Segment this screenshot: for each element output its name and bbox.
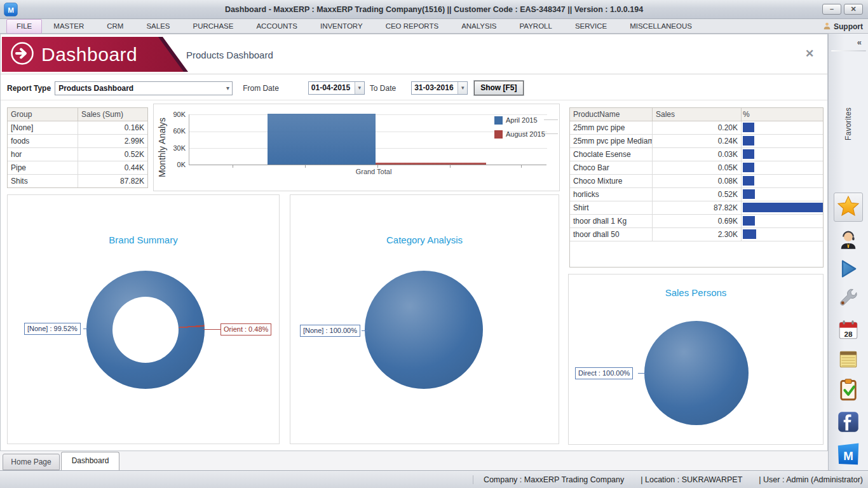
table-row[interactable]: 25mm pvc pipe Mediam 0.24K: [570, 135, 823, 148]
axis-tick: [305, 165, 306, 168]
status-bar: Company : MaxxERP Trading Company | Loca…: [0, 470, 868, 488]
support-label: Support: [834, 22, 863, 31]
menu-item-crm[interactable]: CRM: [95, 20, 135, 33]
menu-item-purchase[interactable]: PURCHASE: [182, 20, 245, 33]
callout-line: [83, 329, 88, 329]
menu-item-analysis[interactable]: ANALYSIS: [450, 20, 508, 33]
group-sales-table: Group Sales (Sum) [None] 0.16K foods 2.9…: [7, 107, 148, 188]
filter-bar: Report Type Products Dashboard ▾ From Da…: [1, 76, 827, 100]
table-row[interactable]: Shits 87.82K: [8, 175, 147, 187]
menu-item-inventory[interactable]: INVENTORY: [309, 20, 374, 33]
percent-bar: [743, 229, 756, 239]
page-header: Dashboard Products Dashboard ✕: [1, 34, 827, 74]
y-tick-label: 0K: [165, 161, 186, 168]
bar-april-2015: [268, 114, 376, 165]
menu-item-file[interactable]: FILE: [6, 19, 42, 34]
column-header-group[interactable]: Group: [8, 108, 78, 121]
callout-direct: Direct : 100.00%: [575, 367, 633, 379]
bar-august-2015: [376, 163, 486, 165]
table-row[interactable]: horlicks 0.52K: [570, 188, 823, 201]
menu-item-payroll[interactable]: PAYROLL: [508, 20, 564, 33]
close-button[interactable]: ✕: [844, 4, 863, 15]
facebook-icon[interactable]: [837, 410, 860, 436]
page-title: Products Dashboard: [186, 50, 273, 60]
table-row[interactable]: 25mm pvc pipe 0.20K: [570, 121, 823, 135]
percent-bar: [743, 123, 754, 132]
menu-item-ceo-reports[interactable]: CEO REPORTS: [374, 20, 451, 33]
support-agent-icon[interactable]: [837, 228, 860, 254]
calendar-28-icon[interactable]: 28: [837, 319, 859, 343]
sales-persons-chart: Sales Persons Direct : 100.00%: [568, 274, 824, 445]
table-header-row: ProductName Sales %: [570, 108, 823, 121]
percent-bar: [743, 136, 754, 146]
table-row[interactable]: [None] 0.16K: [8, 121, 147, 135]
show-button[interactable]: Show [F5]: [474, 81, 523, 95]
report-type-dropdown[interactable]: Products Dashboard ▾: [55, 81, 233, 95]
arrow-circle-icon: [10, 41, 35, 69]
play-icon[interactable]: [837, 257, 860, 283]
column-header-productname[interactable]: ProductName: [570, 108, 653, 121]
percent-bar: [743, 163, 754, 172]
column-header-percent[interactable]: %: [742, 108, 823, 121]
column-header-sales-sum[interactable]: Sales (Sum): [78, 108, 147, 121]
tab-dashboard[interactable]: Dashboard: [61, 452, 119, 470]
svg-text:M: M: [843, 449, 853, 463]
table-row[interactable]: thoor dhall 1 Kg 0.69K: [570, 215, 823, 228]
monthly-analysis-chart: Monthly Analys 90K 60K 30K 0K Grand Tota…: [153, 104, 560, 191]
table-row[interactable]: hor 0.52K: [8, 148, 147, 161]
y-tick-label: 60K: [165, 127, 186, 135]
collapse-chevron-icon[interactable]: «: [857, 37, 862, 47]
callout-line: [362, 330, 368, 331]
menu-item-sales[interactable]: SALES: [135, 20, 181, 33]
minimize-button[interactable]: –: [822, 4, 841, 15]
chevron-down-icon[interactable]: ▾: [355, 82, 364, 94]
table-row[interactable]: Choclate Esense 0.03K: [570, 148, 823, 161]
menu-item-accounts[interactable]: ACCOUNTS: [245, 20, 309, 33]
table-row[interactable]: Pipe 0.44K: [8, 161, 147, 175]
support-button[interactable]: Support: [823, 19, 863, 34]
callout-none: [None] : 100.00%: [300, 325, 360, 337]
legend-swatch-august: [494, 130, 503, 139]
menu-item-miscellaneous[interactable]: MISCELLANEOUS: [618, 20, 703, 33]
favorites-star-button[interactable]: [834, 193, 863, 222]
column-header-sales[interactable]: Sales: [653, 108, 742, 121]
clipboard-check-icon[interactable]: [837, 378, 860, 403]
favorites-sidebar: « Favorites: [828, 34, 868, 470]
to-date-input[interactable]: 31-03-2016 ▾: [411, 81, 468, 95]
chevron-down-icon[interactable]: ▾: [458, 82, 467, 94]
axis-tick: [450, 165, 451, 168]
page-close-icon[interactable]: ✕: [805, 47, 814, 60]
notes-icon[interactable]: [837, 348, 859, 372]
table-row[interactable]: Choco Mixture 0.08K: [570, 175, 823, 188]
app-window: M Dashboard - MaxxERP : MaxxERP Trading …: [0, 0, 868, 488]
window-title: Dashboard - MaxxERP : MaxxERP Trading Co…: [0, 0, 868, 19]
menu-bar: FILE MASTER CRM SALES PURCHASE ACCOUNTS …: [0, 19, 868, 34]
chart-legend: April 2015 August 2015: [494, 113, 545, 141]
wrench-icon[interactable]: [837, 288, 859, 313]
main-content: Dashboard Products Dashboard ✕ Report Ty…: [0, 34, 828, 451]
percent-bar: [743, 176, 754, 186]
dashboard-banner: Dashboard: [2, 37, 189, 72]
menu-item-service[interactable]: SERVICE: [564, 20, 618, 33]
plot-area: [189, 114, 546, 165]
table-row[interactable]: foods 2.99K: [8, 135, 147, 148]
y-tick-label: 30K: [165, 144, 186, 152]
table-row[interactable]: Choco Bar 0.05K: [570, 161, 823, 175]
table-row[interactable]: Shirt 87.82K: [570, 201, 823, 215]
table-row[interactable]: thoor dhall 50 2.30K: [570, 228, 823, 241]
chart-title: Brand Summary: [8, 234, 279, 245]
legend-item: August 2015: [494, 127, 545, 141]
percent-bar: [743, 149, 754, 159]
from-date-input[interactable]: 01-04-2015 ▾: [308, 81, 365, 95]
divider: [831, 50, 866, 51]
tab-home-page[interactable]: Home Page: [3, 454, 60, 470]
pie-chart: [365, 271, 483, 389]
percent-bar: [743, 189, 755, 199]
maxx-logo-icon[interactable]: M: [836, 442, 861, 470]
document-tab-bar: Home Page Dashboard: [0, 451, 828, 470]
status-company: Company : MaxxERP Trading Company: [473, 475, 624, 484]
report-type-label: Report Type: [7, 84, 51, 93]
table-header-row: Group Sales (Sum): [8, 108, 147, 121]
menu-item-master[interactable]: MASTER: [42, 20, 95, 33]
chart-title: Sales Persons: [569, 287, 823, 298]
